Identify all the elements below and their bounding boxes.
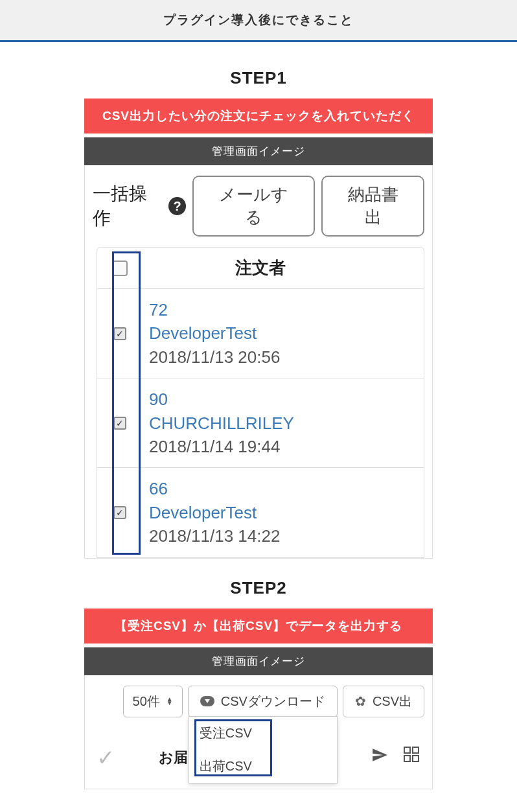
order-date: 2018/11/13 14:22 [149,524,424,548]
order-info: 72 DeveloperTest 2018/11/13 20:56 [143,298,424,369]
step2-admin-label: 管理画面イメージ [84,647,433,675]
slip-button[interactable]: 納品書出 [321,176,424,237]
order-id[interactable]: 72 [149,298,424,321]
order-name[interactable]: DeveloperTest [149,501,424,524]
csv-dropdown: 受注CSV 出荷CSV [189,716,338,783]
step1-admin-label: 管理画面イメージ [84,137,433,165]
bulk-label: 一括操作 ? [93,181,186,231]
order-date: 2018/11/13 20:56 [149,345,424,369]
csv-download-button[interactable]: CSVダウンロード 受注CSV 出荷CSV [188,686,338,717]
mail-button[interactable]: メールする [192,176,315,237]
order-id[interactable]: 66 [149,477,424,500]
table-row: ✓ 90 CHURCHILLRILEY 2018/11/14 19:44 [97,378,424,468]
per-page-value: 50件 [133,693,160,710]
csv-download-label: CSVダウンロード [221,693,325,710]
order-info: 66 DeveloperTest 2018/11/13 14:22 [143,477,424,548]
table-row: ✓ 66 DeveloperTest 2018/11/13 14:22 [97,468,424,557]
step2-section: STEP2 【受注CSV】か【出荷CSV】でデータを出力する 管理画面イメージ … [0,572,517,802]
order-date: 2018/11/14 19:44 [149,435,424,458]
sort-icon: ▲▼ [167,697,173,705]
footer-text: 上記手順で選択した受注データをCSV出力できます [0,802,517,812]
per-page-select[interactable]: 50件 ▲▼ [123,686,183,717]
row-checkbox[interactable]: ✓ [113,417,126,430]
step1-instruction: CSV出力したい分の注文にチェックを入れていただく [84,99,433,133]
grid-icon[interactable] [404,747,419,762]
csv-settings-button[interactable]: ✿ CSV出 [343,686,424,717]
dropdown-item-ship-csv[interactable]: 出荷CSV [189,750,337,783]
bulk-text: 一括操作 [93,181,165,231]
row-checkbox[interactable]: ✓ [113,506,126,519]
step1-admin-panel: 一括操作 ? メールする 納品書出 注文者 ✓ 72 DeveloperTest [84,165,433,559]
row-checkbox[interactable]: ✓ [113,327,126,340]
check-icon: ✓ [93,745,119,771]
csv-out-label: CSV出 [373,693,412,710]
send-icon[interactable] [371,747,388,768]
step2-admin-panel: 50件 ▲▼ CSVダウンロード 受注CSV 出荷CSV ✿ CSV出 ✓ お [84,675,433,789]
cloud-download-icon [200,696,214,706]
step2-instruction: 【受注CSV】か【出荷CSV】でデータを出力する [84,609,433,644]
top-banner: プラグイン導入後にできること [0,0,517,42]
step2-heading: STEP2 [84,578,433,598]
order-name[interactable]: DeveloperTest [149,321,424,345]
order-id[interactable]: 90 [149,388,424,411]
table-row: ✓ 72 DeveloperTest 2018/11/13 20:56 [97,289,424,378]
select-all-checkbox[interactable] [112,261,128,276]
step1-section: STEP1 CSV出力したい分の注文にチェックを入れていただく 管理画面イメージ… [0,42,517,572]
gear-icon: ✿ [355,693,366,709]
step1-heading: STEP1 [84,68,433,88]
list-header: 注文者 [97,248,424,289]
bulk-action-row: 一括操作 ? メールする 納品書出 [85,165,432,247]
row-actions [371,747,424,768]
dropdown-item-order-csv[interactable]: 受注CSV [189,717,337,750]
controls-row: 50件 ▲▼ CSVダウンロード 受注CSV 出荷CSV ✿ CSV出 [93,686,424,717]
order-info: 90 CHURCHILLRILEY 2018/11/14 19:44 [143,388,424,458]
help-icon[interactable]: ? [168,197,187,215]
header-checkbox-col [97,261,143,276]
orderer-header: 注文者 [143,257,424,279]
order-list: 注文者 ✓ 72 DeveloperTest 2018/11/13 20:56 … [97,247,424,558]
order-name[interactable]: CHURCHILLRILEY [149,412,424,435]
